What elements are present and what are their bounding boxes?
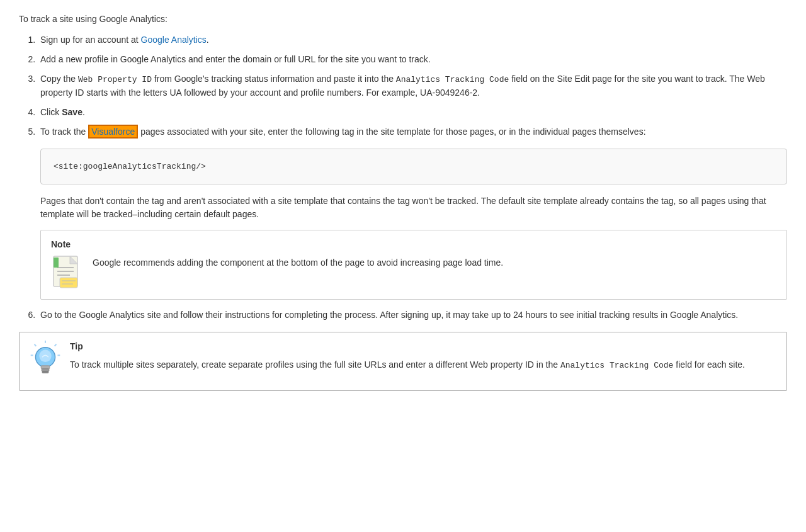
step-4-before: Click — [40, 107, 62, 117]
svg-rect-16 — [41, 366, 50, 369]
svg-rect-6 — [60, 278, 77, 288]
step-3-code2: Analytics Tracking Code — [396, 75, 509, 84]
step-3: Copy the Web Property ID from Google's t… — [38, 72, 787, 99]
step-2-text: Add a new profile in Google Analytics an… — [40, 54, 431, 64]
note-box: Note Google — [40, 230, 787, 300]
note-text: Google recommends adding the component a… — [93, 258, 503, 268]
step-5: To track the Visualforce pages associate… — [38, 125, 787, 300]
svg-rect-5 — [54, 258, 59, 268]
tip-text-before: To track multiple sites separately, crea… — [70, 359, 560, 370]
tip-label: Tip — [70, 340, 745, 353]
svg-rect-18 — [42, 371, 48, 373]
step-3-code1: Web Property ID — [78, 75, 152, 84]
svg-point-15 — [39, 350, 51, 362]
step-6-text: Go to the Google Analytics site and foll… — [40, 310, 738, 320]
step-3-before: Copy the — [40, 74, 78, 84]
step-2: Add a new profile in Google Analytics an… — [38, 53, 787, 66]
step-6: Go to the Google Analytics site and foll… — [38, 308, 787, 322]
tip-text-after: field for each site. — [673, 359, 745, 370]
svg-line-11 — [55, 344, 57, 346]
code-block: <site:googleAnalyticsTracking/> — [40, 149, 787, 185]
note-icon — [51, 254, 84, 291]
google-analytics-link[interactable]: Google Analytics — [141, 35, 207, 45]
tip-box: Tip To track multiple sites separately, … — [19, 332, 787, 391]
note-label: Note — [51, 238, 776, 251]
steps-list: Sign up for an account at Google Analyti… — [31, 33, 787, 322]
svg-rect-17 — [42, 369, 49, 371]
step-5-after: pages associated with your site, enter t… — [138, 127, 645, 137]
step-1-text-after: . — [207, 35, 209, 45]
tip-content: Tip To track multiple sites separately, … — [70, 340, 745, 372]
note-content: Note Google — [51, 238, 776, 291]
code-description: Pages that don't contain the tag and are… — [40, 195, 787, 221]
step-1-text-before: Sign up for an account at — [40, 35, 141, 45]
step-4-bold: Save — [62, 107, 82, 117]
step-1: Sign up for an account at Google Analyti… — [38, 33, 787, 47]
step-5-before: To track the — [40, 127, 88, 137]
step-4: Click Save. — [38, 106, 787, 119]
step-3-middle: from Google's tracking status informatio… — [152, 74, 396, 84]
code-snippet: <site:googleAnalyticsTracking/> — [54, 162, 206, 171]
intro-text: To track a site using Google Analytics: — [19, 13, 787, 26]
visualforce-highlight[interactable]: Visualforce — [88, 125, 138, 139]
svg-line-10 — [35, 344, 37, 346]
tip-code: Analytics Tracking Code — [560, 361, 673, 370]
step-4-after: . — [82, 107, 85, 117]
tip-icon — [30, 340, 61, 383]
